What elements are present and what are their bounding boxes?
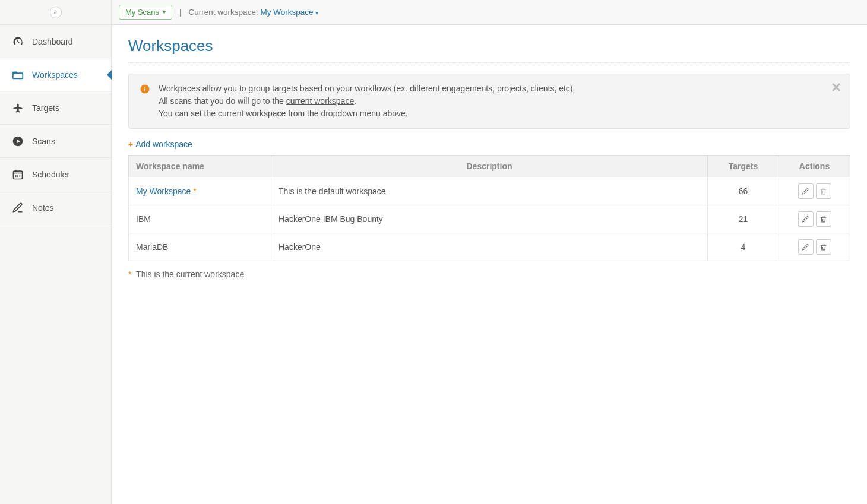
th-actions: Actions (779, 156, 850, 177)
my-scans-dropdown[interactable]: My Scans ▾ (119, 5, 172, 20)
delete-workspace-button[interactable] (816, 211, 831, 227)
sidebar-item-label: Notes (32, 203, 54, 213)
chevron-left-icon: « (53, 9, 57, 16)
info-icon (140, 84, 150, 94)
footnote-asterisk: * (128, 270, 131, 279)
info-box: Workpaces allow you to group targets bas… (128, 74, 850, 129)
content: Workspaces Workpaces allow you to group … (112, 25, 867, 289)
calendar-icon (10, 169, 26, 180)
edit-workspace-button[interactable] (798, 183, 814, 199)
workspace-targets: 21 (708, 205, 779, 233)
delete-workspace-button[interactable] (816, 183, 831, 199)
folder-open-icon (10, 68, 26, 81)
workspaces-table: Workspace name Description Targets Actio… (128, 155, 850, 261)
info-line-3: You can set the current workspace from t… (159, 107, 575, 120)
topbar-separator: | (179, 8, 182, 17)
current-ws-name: My Workspace (260, 8, 313, 17)
main: My Scans ▾ | Current workspace: My Works… (112, 0, 867, 504)
sidebar-item-label: Targets (32, 103, 59, 113)
footnote-text: This is the current workspace (136, 270, 244, 279)
current-workspace-label: Current workspace: My Workspace ▾ (189, 8, 319, 17)
edit-workspace-button[interactable] (798, 239, 814, 255)
play-circle-icon (10, 135, 26, 147)
sidebar-item-targets[interactable]: Targets (0, 91, 111, 125)
sidebar-item-notes[interactable]: Notes (0, 191, 111, 224)
sidebar: « Dashboard Workspaces Targets Sc (0, 0, 112, 504)
sidebar-item-label: Scans (32, 137, 55, 146)
page-title: Workspaces (128, 34, 850, 63)
plane-icon (10, 102, 26, 114)
workspace-description: This is the default workspace (271, 177, 708, 205)
close-info-button[interactable]: ✕ (831, 80, 841, 96)
sidebar-item-dashboard[interactable]: Dashboard (0, 25, 111, 58)
sidebar-item-label: Dashboard (32, 37, 73, 46)
edit-icon (10, 202, 26, 214)
workspace-name: IBM (129, 205, 271, 233)
current-ws-prefix: Current workspace: (189, 8, 258, 17)
info-line-1: Workpaces allow you to group targets bas… (159, 83, 575, 95)
edit-workspace-button[interactable] (798, 211, 814, 227)
dashboard-icon (10, 36, 26, 47)
my-scans-label: My Scans (125, 8, 159, 17)
plus-icon: + (128, 140, 133, 149)
table-row: IBM HackerOne IBM Bug Bounty 21 (129, 205, 850, 233)
workspace-targets: 66 (708, 177, 779, 205)
info-text: Workpaces allow you to group targets bas… (159, 83, 575, 120)
workspace-description: HackerOne IBM Bug Bounty (271, 205, 708, 233)
sidebar-collapse-row: « (0, 0, 111, 25)
th-name: Workspace name (129, 156, 271, 177)
table-row: MariaDB HackerOne 4 (129, 233, 850, 261)
info-line2-link: current workspace (286, 96, 354, 106)
th-description: Description (271, 156, 708, 177)
workspace-name-link[interactable]: My Workspace (136, 186, 191, 196)
footnote: * This is the current workspace (128, 270, 850, 279)
workspace-description: HackerOne (271, 233, 708, 261)
info-line2-prefix: All scans that you do will go to the (159, 96, 286, 106)
add-workspace-label: Add workspace (135, 140, 192, 149)
sidebar-item-label: Scheduler (32, 170, 69, 179)
sidebar-item-scans[interactable]: Scans (0, 125, 111, 158)
workspace-targets: 4 (708, 233, 779, 261)
add-workspace-link[interactable]: + Add workspace (128, 140, 192, 149)
sidebar-item-label: Workspaces (32, 70, 78, 80)
current-workspace-dropdown[interactable]: My Workspace ▾ (260, 8, 318, 17)
caret-down-icon: ▾ (315, 9, 318, 16)
info-line-2: All scans that you do will go to the cur… (159, 95, 575, 107)
chevron-down-icon: ▾ (163, 9, 166, 15)
workspace-name: MariaDB (129, 233, 271, 261)
table-row: My Workspace * This is the default works… (129, 177, 850, 205)
topbar: My Scans ▾ | Current workspace: My Works… (112, 0, 867, 25)
sidebar-item-scheduler[interactable]: Scheduler (0, 158, 111, 191)
collapse-sidebar-button[interactable]: « (50, 7, 62, 18)
sidebar-item-workspaces[interactable]: Workspaces (0, 58, 111, 91)
th-targets: Targets (708, 156, 779, 177)
info-line2-suffix: . (354, 96, 356, 106)
delete-workspace-button[interactable] (816, 239, 831, 255)
current-asterisk: * (193, 186, 196, 196)
